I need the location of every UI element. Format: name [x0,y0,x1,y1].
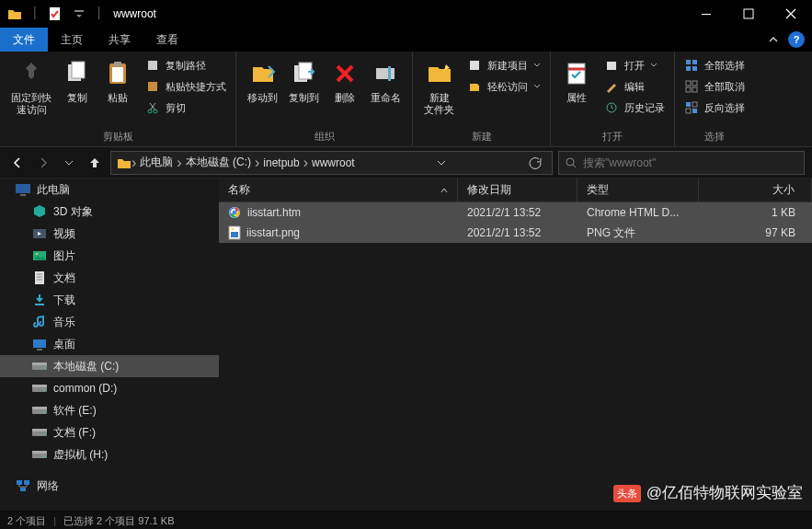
tree-item[interactable]: 视频 [0,223,219,245]
delete-button[interactable]: 删除 [325,55,365,106]
svg-rect-59 [24,480,29,485]
tree-item[interactable]: 音乐 [0,311,219,333]
help-icon[interactable]: ? [788,31,805,48]
history-button[interactable]: 历史记录 [600,98,669,118]
tree-item[interactable]: 3D 对象 [0,201,219,223]
svg-rect-58 [17,480,22,485]
qat-dropdown-icon[interactable] [70,5,88,23]
newfolder-button[interactable]: 新建 文件夹 [418,55,460,118]
copypath-button[interactable]: 复制路径 [142,55,230,75]
tree-item[interactable]: 网络 [0,475,219,497]
tree-label: 图片 [53,248,75,264]
svg-rect-28 [692,87,697,92]
file-row[interactable]: iisstart.png2021/2/1 13:52PNG 文件97 KB [219,223,812,243]
refresh-icon[interactable] [524,152,546,174]
cut-button[interactable]: 剪切 [142,98,230,118]
svg-rect-10 [148,82,157,91]
svg-point-48 [43,389,45,391]
svg-point-66 [232,228,234,231]
svg-rect-50 [32,407,47,409]
tree-item[interactable]: 软件 (E:) [0,399,219,421]
file-type: PNG 文件 [578,225,699,241]
tree-label: 此电脑 [37,182,70,198]
pin-button[interactable]: 固定到快 速访问 [6,55,57,118]
tree-item[interactable]: 下载 [0,289,219,311]
svg-rect-35 [20,194,26,196]
col-type[interactable]: 类型 [578,178,699,201]
copy-button[interactable]: 复制 [57,55,97,106]
file-row[interactable]: iisstart.htm2021/2/1 13:52Chrome HTML D.… [219,202,812,223]
close-button[interactable] [770,0,812,28]
pasteshortcut-button[interactable]: 粘贴快捷方式 [142,76,230,97]
drive-icon [31,402,48,419]
back-button[interactable] [7,152,28,174]
selectnone-button[interactable]: 全部取消 [680,76,749,97]
doc-checked-icon[interactable] [46,5,64,23]
svg-rect-40 [35,304,44,305]
tree-item[interactable]: 图片 [0,245,219,267]
svg-rect-24 [692,66,697,71]
tree-item[interactable]: 本地磁盘 (C:) [0,355,219,377]
easyaccess-button[interactable]: 轻松访问 [463,76,544,97]
search-box[interactable] [558,151,805,175]
tree-item[interactable]: 文档 (F:) [0,421,219,443]
folder-icon[interactable] [6,5,24,23]
invert-button[interactable]: 反向选择 [680,98,749,118]
rename-button[interactable]: 重命名 [365,55,406,106]
file-list[interactable]: 名称 修改日期 类型 大小 iisstart.htm2021/2/1 13:52… [219,178,812,511]
breadcrumb[interactable]: 本地磁盘 (C:) [182,155,255,170]
newitem-button[interactable]: 新建项目 [463,55,544,75]
recent-dropdown[interactable] [59,152,79,174]
tree-label: 软件 (E:) [53,403,97,419]
nav-tree[interactable]: 此电脑3D 对象视频图片文档下载音乐桌面本地磁盘 (C:)common (D:)… [0,178,219,511]
svg-point-38 [36,253,38,255]
moveto-button[interactable]: 移动到 [242,55,283,106]
svg-rect-30 [692,102,697,107]
svg-rect-32 [692,109,697,113]
copyto-button[interactable]: 复制到 [283,55,325,106]
breadcrumb[interactable]: 此电脑 [136,155,177,170]
breadcrumb[interactable]: wwwroot [308,156,359,169]
col-date[interactable]: 修改日期 [458,178,578,201]
svg-rect-26 [692,81,697,86]
search-input[interactable] [583,156,798,169]
forward-button[interactable] [33,152,53,174]
col-size[interactable]: 大小 [699,178,812,201]
svg-rect-29 [686,102,691,107]
drive-icon [31,380,48,397]
tree-label: 网络 [37,478,59,494]
svg-point-51 [43,411,45,413]
svg-rect-34 [16,184,30,193]
tab-file[interactable]: 文件 [0,28,48,52]
tree-item[interactable]: 桌面 [0,333,219,355]
tab-view[interactable]: 查看 [143,28,191,52]
up-button[interactable] [85,152,105,174]
address-bar[interactable]: › 此电脑› 本地磁盘 (C:)› inetpub› wwwroot [110,151,553,175]
svg-rect-42 [37,349,42,351]
selectall-button[interactable]: 全部选择 [680,55,749,75]
breadcrumb[interactable]: inetpub [259,156,303,169]
tree-item[interactable]: 文档 [0,267,219,289]
edit-button[interactable]: 编辑 [600,76,669,97]
tree-item[interactable]: 虚拟机 (H:) [0,443,219,466]
paste-button[interactable]: 粘贴 [97,55,138,106]
svg-point-57 [43,455,45,457]
tab-home[interactable]: 主页 [48,28,96,52]
svg-rect-1 [74,10,84,12]
3d-icon [31,203,48,220]
minimize-button[interactable] [685,0,727,28]
tab-share[interactable]: 共享 [96,28,143,52]
addr-dropdown-icon[interactable] [430,152,452,174]
tree-label: 文档 (F:) [53,425,96,441]
svg-rect-41 [33,339,46,348]
collapse-ribbon-icon[interactable] [768,34,779,45]
maximize-button[interactable] [727,0,770,28]
tree-item[interactable]: common (D:) [0,377,219,399]
col-name[interactable]: 名称 [219,178,458,201]
properties-button[interactable]: 属性 [556,55,597,106]
tree-item[interactable]: 此电脑 [0,178,219,201]
tree-label: 桌面 [53,337,75,352]
open-button[interactable]: 打开 [600,55,669,75]
net-icon [15,477,31,494]
svg-rect-18 [568,63,585,84]
